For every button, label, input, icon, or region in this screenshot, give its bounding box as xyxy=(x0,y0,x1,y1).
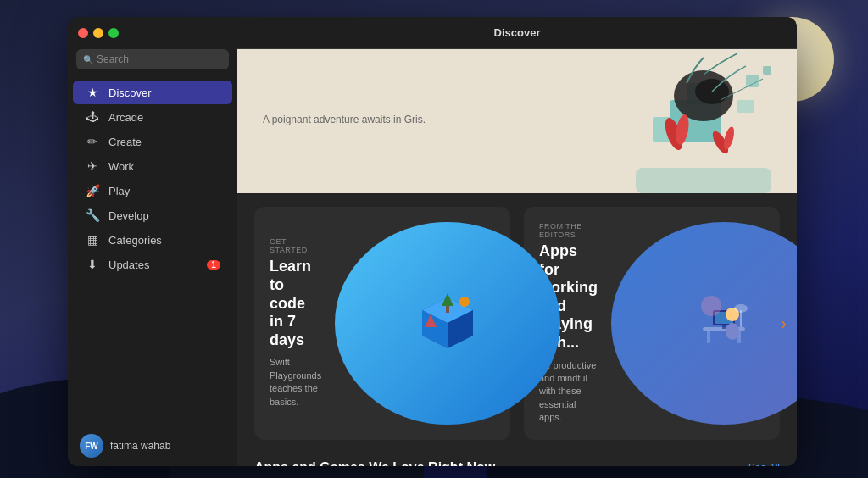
play-icon: 🚀 xyxy=(85,184,100,197)
sidebar-item-play[interactable]: 🚀 Play xyxy=(73,179,232,203)
sidebar-label-categories: Categories xyxy=(108,234,162,247)
svg-rect-11 xyxy=(737,100,754,113)
search-bar[interactable]: 🔍 Search xyxy=(76,49,229,69)
hero-illustration xyxy=(542,49,797,193)
sidebar-item-discover[interactable]: ★ Discover xyxy=(73,81,232,104)
hero-banner: A poignant adventure awaits in Gris. xyxy=(237,49,797,193)
user-section: FW fatima wahab xyxy=(68,425,237,466)
username: fatima wahab xyxy=(110,440,170,452)
hero-text: A poignant adventure awaits in Gris. xyxy=(263,114,426,129)
search-placeholder: Search xyxy=(97,53,129,65)
work-icon: ✈ xyxy=(85,159,100,173)
svg-point-31 xyxy=(701,296,721,316)
see-all-link[interactable]: See All xyxy=(748,462,780,466)
cards-row: GET STARTED Learn to code in 7 days Swif… xyxy=(254,207,780,440)
scroll-area[interactable]: A poignant adventure awaits in Gris. xyxy=(237,49,797,466)
sidebar-label-updates: Updates xyxy=(108,258,149,271)
sidebar-label-create: Create xyxy=(108,136,142,148)
work-apps-image xyxy=(611,222,797,425)
svg-point-19 xyxy=(459,297,470,307)
maximize-button[interactable] xyxy=(108,28,119,38)
svg-rect-12 xyxy=(636,168,771,193)
sidebar-item-work[interactable]: ✈ Work xyxy=(73,154,232,178)
arcade-icon: 🕹 xyxy=(85,110,100,124)
avatar[interactable]: FW xyxy=(80,434,103,458)
chevron-right-icon[interactable]: › xyxy=(781,314,787,333)
card-learn-to-code[interactable]: GET STARTED Learn to code in 7 days Swif… xyxy=(254,207,510,440)
apps-section-title: Apps and Games We Love Right Now xyxy=(254,460,495,466)
apps-section: Apps and Games We Love Right Now See All xyxy=(237,453,797,466)
updates-icon: ⬇ xyxy=(85,258,100,271)
svg-rect-9 xyxy=(746,75,759,87)
playground-svg xyxy=(409,285,486,361)
app-window: 🔍 Search ★ Discover 🕹 Arcade ✏ Create ✈ … xyxy=(68,17,797,466)
sidebar: 🔍 Search ★ Discover 🕹 Arcade ✏ Create ✈ … xyxy=(68,17,237,466)
card-work-label: FROM THE EDITORS xyxy=(539,222,598,239)
close-button[interactable] xyxy=(78,28,88,38)
card-learn-title: Learn to code in 7 days xyxy=(270,258,321,349)
sidebar-item-create[interactable]: ✏ Create xyxy=(73,130,232,153)
categories-icon: ▦ xyxy=(85,233,100,247)
titlebar xyxy=(68,17,237,49)
search-icon: 🔍 xyxy=(83,55,93,64)
gris-svg xyxy=(551,49,788,193)
develop-icon: 🔧 xyxy=(85,208,100,222)
sidebar-label-develop: Develop xyxy=(108,209,149,222)
svg-point-28 xyxy=(726,323,739,340)
card-learn-label: GET STARTED xyxy=(270,237,321,254)
hero-subtitle: A poignant adventure awaits in Gris. xyxy=(263,114,426,125)
updates-badge: 1 xyxy=(207,260,220,270)
sidebar-nav: ★ Discover 🕹 Arcade ✏ Create ✈ Work 🚀 Pl… xyxy=(68,80,237,277)
window-title: Discover xyxy=(494,26,541,39)
svg-rect-26 xyxy=(722,325,726,329)
sidebar-label-discover: Discover xyxy=(108,86,152,99)
sidebar-item-arcade[interactable]: 🕹 Arcade xyxy=(73,105,232,129)
card-learn-text: GET STARTED Learn to code in 7 days Swif… xyxy=(270,237,321,409)
create-icon: ✏ xyxy=(85,135,100,148)
main-content: Discover A poignant adventure awaits in … xyxy=(237,17,797,466)
cards-section: GET STARTED Learn to code in 7 days Swif… xyxy=(237,193,797,453)
sidebar-item-develop[interactable]: 🔧 Develop xyxy=(73,203,232,227)
minimize-button[interactable] xyxy=(93,28,103,38)
work-apps-svg xyxy=(686,285,762,361)
topbar: Discover xyxy=(237,17,797,49)
apps-header: Apps and Games We Love Right Now See All xyxy=(254,460,780,466)
sidebar-item-updates[interactable]: ⬇ Updates 1 xyxy=(73,253,232,276)
svg-rect-10 xyxy=(763,66,771,75)
sidebar-item-categories[interactable]: ▦ Categories xyxy=(73,228,232,252)
sidebar-label-work: Work xyxy=(108,160,134,173)
svg-rect-22 xyxy=(707,331,710,343)
swift-playground-image xyxy=(335,222,560,425)
svg-point-30 xyxy=(734,304,748,313)
card-work-apps[interactable]: FROM THE EDITORS Apps for working and st… xyxy=(524,207,780,440)
sidebar-label-arcade: Arcade xyxy=(108,111,143,124)
sidebar-label-play: Play xyxy=(108,185,130,197)
svg-rect-18 xyxy=(446,306,449,313)
card-learn-desc: Swift Playgrounds teaches the basics. xyxy=(270,356,321,409)
discover-icon: ★ xyxy=(85,86,100,99)
